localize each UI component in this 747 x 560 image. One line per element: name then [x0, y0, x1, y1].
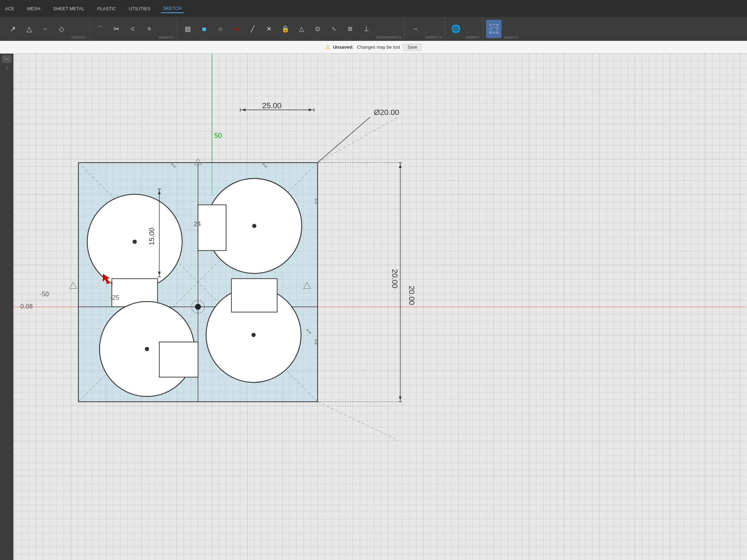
svg-text:0.08: 0.08: [20, 303, 33, 310]
measure-tool-btn[interactable]: ↔: [37, 20, 53, 38]
symmetric-tool-btn[interactable]: ⤡: [326, 20, 342, 38]
dimension-icon: ↔: [413, 26, 418, 32]
svg-text:Ø20.00: Ø20.00: [374, 108, 399, 117]
select-label[interactable]: SELECT ▾: [502, 17, 520, 41]
sketch-svg: 25.00 20.00 20.00 Ø20.00 15.00 24: [0, 54, 747, 560]
left-tool-2[interactable]: |: [2, 63, 12, 71]
svg-text:20.00: 20.00: [390, 269, 399, 288]
svg-point-18: [145, 347, 149, 351]
circle-icon: ○: [218, 25, 223, 32]
line-tool-btn[interactable]: ↗: [5, 20, 20, 38]
svg-rect-19: [159, 342, 198, 377]
scissors-icon: ✂: [114, 25, 120, 32]
svg-text:-50: -50: [40, 291, 49, 298]
canvas-wrapper: 25.00 20.00 20.00 Ø20.00 15.00 24: [0, 54, 747, 560]
hatch-tool-btn[interactable]: ▨: [180, 20, 196, 38]
toolbar-group-inspect: ↔ INSPECT ▾: [406, 17, 445, 41]
nav-sketch[interactable]: SKETCH: [161, 4, 184, 13]
svg-point-21: [251, 333, 256, 337]
symmetric-icon: ⤡: [332, 26, 336, 32]
slash-tool-btn[interactable]: ╱: [245, 20, 261, 38]
filled-rect-icon: ■: [202, 25, 206, 32]
triangle2-tool-btn[interactable]: △: [294, 20, 309, 38]
arc-tool-btn[interactable]: ⌒: [93, 20, 108, 38]
nav-utilities[interactable]: UTILITIES: [127, 5, 153, 13]
concentric-icon: ⊙: [315, 26, 320, 32]
triangle2-icon: △: [299, 26, 304, 32]
cross-icon: ✕: [266, 26, 272, 32]
slash-icon: ╱: [251, 26, 255, 32]
toolbar: ↗ △ ↔ ◇ CREATE ▾ ⌒ ✂ ⊂ ≡ MODIFY ▾: [0, 17, 747, 41]
pattern-icon: ≡: [147, 26, 151, 32]
insert-icon: 🌐: [451, 25, 461, 33]
lock-icon: 🔒: [281, 26, 289, 32]
unsaved-label: Unsaved: Changes may be lost: [333, 44, 400, 50]
svg-text:20.00: 20.00: [407, 286, 416, 305]
lock-tool-btn[interactable]: 🔒: [278, 20, 293, 38]
top-nav: ACE MESH SHEET METAL PLASTIC UTILITIES S…: [0, 0, 747, 17]
nav-plastic[interactable]: PLASTIC: [95, 5, 118, 13]
svg-text:15.00: 15.00: [148, 228, 156, 245]
svg-text:25.00: 25.00: [262, 101, 281, 110]
filled-rect-tool-btn[interactable]: ■: [196, 20, 212, 38]
constraints-label[interactable]: CONSTRAINTS ▾: [375, 17, 403, 41]
equal-tool-btn[interactable]: ═: [229, 20, 244, 38]
diamond-tool-btn[interactable]: ◇: [54, 20, 69, 38]
unsaved-message: Changes may be lost: [357, 44, 400, 50]
nav-mesh[interactable]: MESH: [25, 5, 43, 13]
nav-ace[interactable]: ACE: [3, 5, 17, 13]
svg-rect-22: [231, 279, 277, 312]
dimension-tool-btn[interactable]: ↔: [408, 20, 423, 38]
save-button[interactable]: Save: [403, 44, 421, 51]
offset-tool-btn[interactable]: ⊂: [125, 20, 141, 38]
svg-point-12: [133, 240, 137, 244]
arc-icon: ⌒: [98, 26, 103, 32]
create-label[interactable]: CREATE ▾: [70, 17, 87, 41]
pattern-tool-btn[interactable]: ≡: [141, 20, 157, 38]
insert-label[interactable]: INSERT ▾: [464, 17, 481, 41]
canvas-area[interactable]: 25.00 20.00 20.00 Ø20.00 15.00 24: [0, 54, 747, 560]
line-icon: ↗: [10, 25, 16, 32]
concentric-tool-btn[interactable]: ⊙: [310, 20, 326, 38]
svg-rect-16: [198, 205, 226, 251]
grid-icon: ⊞: [348, 26, 352, 32]
left-toolbar: — |: [0, 54, 13, 560]
toolbar-group-insert: 🌐 INSERT ▾: [446, 17, 483, 41]
scissors-tool-btn[interactable]: ✂: [109, 20, 124, 38]
unsaved-bar: ⚠ Unsaved: Changes may be lost Save: [0, 41, 747, 54]
toolbar-group-select: ⬚ SELECT ▾: [484, 17, 522, 41]
perpendicular-icon: ⊥: [364, 26, 369, 32]
warning-icon: ⚠: [325, 44, 330, 50]
svg-text:-25: -25: [110, 294, 119, 301]
modify-label[interactable]: MODIFY ▾: [158, 17, 175, 41]
insert-tool-btn[interactable]: 🌐: [448, 20, 463, 38]
grid-tool-btn[interactable]: ⊞: [342, 20, 358, 38]
svg-text:50: 50: [214, 132, 222, 139]
svg-point-69: [195, 304, 201, 310]
toolbar-group-constraints: ▨ ■ ○ ═ ╱ ✕ 🔒 △ ⊙ ⤡ ⊞ ⊥: [178, 17, 405, 41]
left-tool-1[interactable]: —: [2, 55, 12, 63]
toolbar-group-create: ↗ △ ↔ ◇ CREATE ▾: [3, 17, 90, 41]
svg-point-72: [107, 281, 109, 283]
circle-tool-btn[interactable]: ○: [213, 20, 228, 38]
toolbar-group-modify: ⌒ ✂ ⊂ ≡ MODIFY ▾: [91, 17, 177, 41]
perpendicular-tool-btn[interactable]: ⊥: [359, 20, 374, 38]
nav-sheet-metal[interactable]: SHEET METAL: [51, 5, 86, 13]
cross-tool-btn[interactable]: ✕: [261, 20, 277, 38]
select-tool-btn[interactable]: ⬚: [486, 20, 502, 38]
measure-icon: ↔: [42, 26, 48, 32]
equal-icon: ═: [234, 26, 239, 32]
select-icon: ⬚: [490, 24, 498, 34]
triangle-icon: △: [26, 25, 32, 32]
hatch-icon: ▨: [185, 26, 191, 32]
triangle-tool-btn[interactable]: △: [21, 20, 37, 38]
inspect-label[interactable]: INSPECT ▾: [424, 17, 443, 41]
svg-point-73: [111, 282, 113, 284]
offset-icon: ⊂: [130, 26, 135, 32]
svg-point-15: [252, 224, 256, 228]
svg-text:24: 24: [194, 220, 201, 227]
diamond-icon: ◇: [59, 25, 64, 32]
